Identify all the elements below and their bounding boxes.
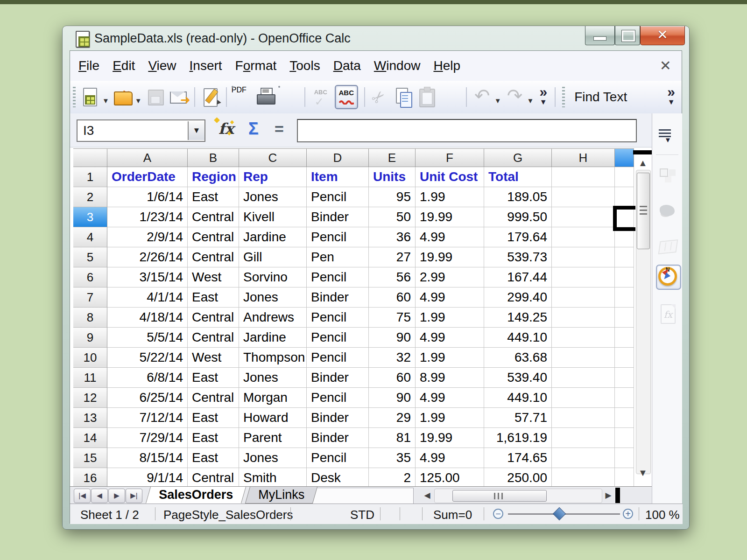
scroll-up-icon[interactable]: ▲	[637, 158, 649, 168]
cut-icon[interactable]: ✂	[370, 86, 391, 108]
cell[interactable]: 449.10	[484, 328, 552, 348]
cell[interactable]: Unit Cost	[416, 167, 484, 187]
cell[interactable]	[552, 227, 615, 247]
navigator-compass-icon[interactable]: N	[656, 265, 681, 290]
cell[interactable]: 4.99	[416, 328, 484, 348]
cell[interactable]: Pencil	[307, 267, 369, 287]
cell[interactable]: Andrews	[239, 308, 307, 328]
cell[interactable]: 125.00	[416, 468, 484, 486]
cell[interactable]: Jardine	[239, 227, 307, 247]
cell[interactable]: 1,619.19	[484, 428, 552, 448]
menu-item-view[interactable]: View	[141, 58, 183, 73]
navigator-map-icon[interactable]	[656, 235, 679, 258]
hscroll-right-icon[interactable]: ▶	[602, 489, 614, 502]
cell[interactable]	[552, 448, 615, 468]
cell[interactable]: 3/15/14	[107, 267, 188, 287]
cell[interactable]	[615, 328, 634, 348]
cell[interactable]: 2/9/14	[107, 227, 188, 247]
cell[interactable]	[615, 348, 634, 368]
cell[interactable]: 19.99	[416, 247, 484, 267]
cell[interactable]: 449.10	[484, 388, 552, 408]
cell[interactable]: 81	[369, 428, 416, 448]
row-header-2[interactable]: 2	[73, 187, 107, 207]
cell[interactable]	[552, 187, 615, 207]
cell[interactable]: 4.99	[416, 227, 484, 247]
tab-first-icon[interactable]: |◀	[74, 489, 91, 503]
cell[interactable]	[615, 187, 634, 207]
cell[interactable]: Central	[188, 328, 239, 348]
row-header-10[interactable]: 10	[73, 348, 107, 368]
row-header-11[interactable]: 11	[73, 368, 107, 388]
edit-file-icon[interactable]	[200, 86, 221, 108]
cell[interactable]	[552, 368, 615, 388]
corner-header-cell[interactable]	[73, 148, 107, 167]
row-header-13[interactable]: 13	[73, 408, 107, 428]
cell[interactable]: 299.40	[484, 287, 552, 308]
page-style[interactable]: PageStyle_SalesOrders	[163, 508, 293, 522]
gallery-icon[interactable]	[656, 199, 679, 223]
find-toolbar-grip[interactable]	[562, 87, 565, 107]
redo-icon[interactable]: ↷	[504, 86, 526, 108]
column-header-c[interactable]: C	[239, 148, 307, 167]
functions-icon[interactable]: fx	[656, 302, 679, 325]
cell[interactable]: 1.99	[416, 408, 484, 428]
column-header-f[interactable]: F	[416, 148, 484, 167]
sum-icon[interactable]: Σ	[248, 119, 259, 139]
cell[interactable]: Binder	[307, 368, 369, 388]
cell[interactable]: Binder	[307, 287, 369, 308]
cell[interactable]: 5/5/14	[107, 328, 188, 348]
cell[interactable]	[615, 428, 634, 448]
cell[interactable]: Jones	[239, 187, 307, 207]
cell[interactable]: Central	[188, 468, 239, 486]
cell[interactable]: 4/18/14	[107, 308, 188, 328]
cell[interactable]: Item	[307, 167, 369, 187]
cell[interactable]: 189.05	[484, 187, 552, 207]
cell[interactable]: 19.99	[416, 428, 484, 448]
cell[interactable]: 179.64	[484, 227, 552, 247]
cell[interactable]	[552, 247, 615, 267]
row-header-16[interactable]: 16	[73, 468, 107, 486]
cell[interactable]	[552, 348, 615, 368]
column-header-a[interactable]: A	[107, 148, 188, 167]
cell[interactable]: Pencil	[307, 308, 369, 328]
cell[interactable]: 8.99	[416, 368, 484, 388]
cell[interactable]: 2	[369, 468, 416, 486]
cell[interactable]: 1/23/14	[107, 207, 188, 227]
cell[interactable]: Jones	[239, 368, 307, 388]
column-header-g[interactable]: G	[484, 148, 552, 167]
column-header-i[interactable]	[615, 148, 634, 167]
cell[interactable]: Thompson	[239, 348, 307, 368]
cell[interactable]	[552, 328, 615, 348]
menu-item-insert[interactable]: Insert	[183, 58, 229, 73]
cell[interactable]	[615, 408, 634, 428]
cell[interactable]: 56	[369, 267, 416, 287]
cell[interactable]	[615, 368, 634, 388]
export-pdf-icon[interactable]: PDF	[232, 86, 253, 108]
cell[interactable]: Total	[484, 167, 552, 187]
open-icon[interactable]: ➜	[112, 86, 134, 108]
cell[interactable]: 4.99	[416, 448, 484, 468]
cell[interactable]: East	[188, 408, 239, 428]
function-wizard-icon[interactable]: fx	[218, 120, 234, 138]
vertical-scrollbar-thumb[interactable]	[637, 173, 650, 249]
spreadsheet-grid[interactable]: ABCDEFGH1OrderDateRegionRepItemUnitsUnit…	[73, 148, 635, 486]
minimize-button[interactable]	[585, 26, 615, 45]
zoom-in-icon[interactable]: +	[623, 509, 633, 519]
cell[interactable]: Parent	[239, 428, 307, 448]
row-header-8[interactable]: 8	[73, 308, 107, 328]
cell[interactable]: Pencil	[307, 227, 369, 247]
open-dropdown-icon[interactable]: ▼	[135, 97, 142, 105]
cell[interactable]: Pencil	[307, 448, 369, 468]
cell[interactable]	[615, 388, 634, 408]
column-header-h[interactable]: H	[552, 148, 615, 167]
cell[interactable]: 1.99	[416, 308, 484, 328]
cell[interactable]: 95	[369, 187, 416, 207]
cell[interactable]: West	[188, 348, 239, 368]
sheet-tab-mylinks[interactable]: MyLinks	[245, 487, 317, 504]
cell[interactable]	[552, 287, 615, 308]
menu-item-file[interactable]: File	[72, 58, 106, 73]
cell[interactable]: East	[188, 428, 239, 448]
cell[interactable]: 35	[369, 448, 416, 468]
cell[interactable]: 7/12/14	[107, 408, 188, 428]
cell[interactable]: Desk	[307, 468, 369, 486]
